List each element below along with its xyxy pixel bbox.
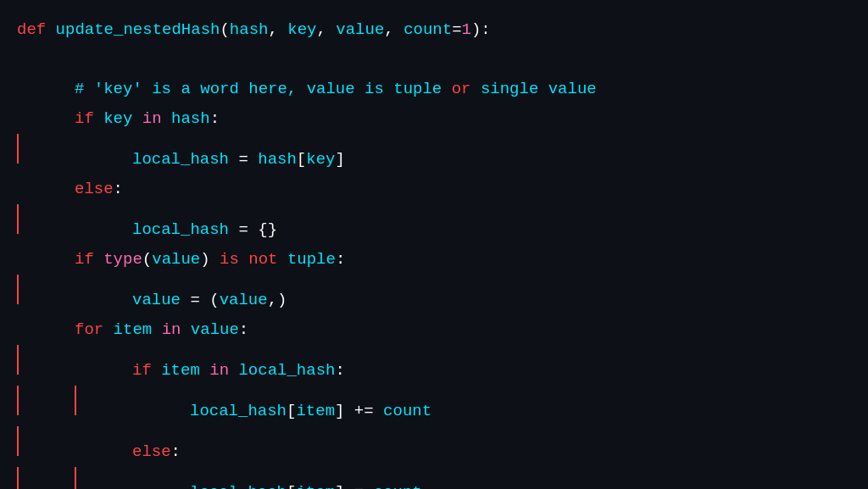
- code-line-9: value = (value,): [17, 275, 851, 315]
- code-line-3: # 'key' is a word here, value is tuple o…: [17, 75, 851, 104]
- code-line-14: local_hash[item] = count: [17, 467, 851, 489]
- code-line-2: [17, 45, 851, 75]
- code-line-6: else:: [17, 175, 851, 204]
- code-line-13: else:: [17, 426, 851, 467]
- keyword-def: def: [17, 15, 56, 45]
- code-editor: def update_nestedHash(hash, key, value, …: [0, 0, 868, 489]
- code-line-4: if key in hash:: [17, 104, 851, 134]
- code-line-1: def update_nestedHash(hash, key, value, …: [17, 15, 851, 45]
- code-line-7: local_hash = {}: [17, 204, 851, 245]
- code-line-5: local_hash = hash[key]: [17, 134, 851, 175]
- function-name: update_nestedHash: [56, 15, 220, 45]
- code-line-10: for item in value:: [17, 315, 851, 345]
- code-line-8: if type(value) is not tuple:: [17, 245, 851, 275]
- code-line-12: local_hash[item] += count: [17, 386, 851, 426]
- code-line-11: if item in local_hash:: [17, 345, 851, 386]
